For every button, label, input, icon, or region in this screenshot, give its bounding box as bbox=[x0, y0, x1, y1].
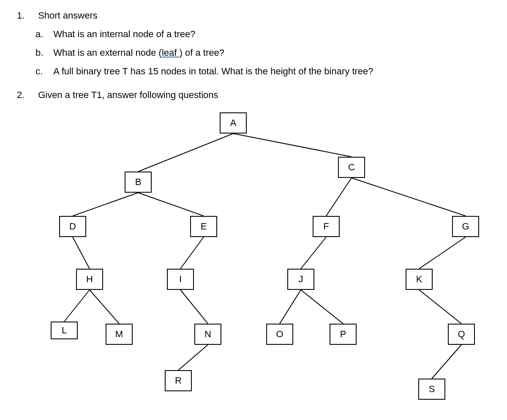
tree-node-N: N bbox=[194, 324, 221, 345]
tree-edge-J-O bbox=[280, 290, 301, 324]
tree-node-K: K bbox=[406, 269, 433, 290]
tree-edge-K-Q bbox=[419, 290, 461, 324]
question-1: 1. Short answers bbox=[17, 10, 490, 21]
q1b-leaf: leaf bbox=[162, 47, 180, 58]
tree-edge-D-H bbox=[73, 237, 90, 269]
tree-node-R: R bbox=[165, 370, 192, 391]
question-2: 2. Given a tree T1, answer following que… bbox=[17, 90, 490, 101]
tree-node-J: J bbox=[287, 269, 314, 290]
tree-edge-F-J bbox=[301, 237, 326, 269]
tree-edge-G-K bbox=[419, 237, 466, 269]
q1-title: Short answers bbox=[38, 10, 98, 21]
q1c-text: A full binary tree T has 15 nodes in tot… bbox=[53, 66, 373, 77]
tree-edge-H-M bbox=[90, 290, 119, 324]
q1a-letter: a. bbox=[35, 29, 51, 40]
tree-node-G: G bbox=[452, 216, 479, 237]
q1c-letter: c. bbox=[35, 66, 51, 77]
tree-diagram: ABCDEFGHIJKLMNOPQRS bbox=[25, 108, 499, 404]
tree-node-C: C bbox=[338, 157, 365, 178]
q1c: c. A full binary tree T has 15 nodes in … bbox=[35, 66, 490, 77]
q1b-text: What is an external node (leaf ) of a tr… bbox=[53, 47, 224, 58]
tree-edge-C-F bbox=[326, 178, 352, 216]
q1a: a. What is an internal node of a tree? bbox=[35, 29, 490, 40]
q2-title: Given a tree T1, answer following questi… bbox=[38, 90, 218, 101]
tree-node-F: F bbox=[313, 216, 340, 237]
q1b-letter: b. bbox=[35, 47, 51, 58]
tree-node-L: L bbox=[51, 322, 78, 339]
tree-node-E: E bbox=[190, 216, 217, 237]
tree-edge-C-G bbox=[352, 178, 466, 216]
tree-node-B: B bbox=[125, 172, 152, 193]
tree-node-P: P bbox=[330, 324, 357, 345]
tree-edge-B-E bbox=[138, 193, 204, 216]
q1b-post: ) of a tree? bbox=[180, 47, 224, 58]
q2-number: 2. bbox=[17, 90, 35, 101]
tree-edge-I-N bbox=[180, 290, 208, 324]
tree-edge-A-C bbox=[233, 134, 352, 157]
tree-edge-J-P bbox=[301, 290, 343, 324]
tree-node-O: O bbox=[266, 324, 293, 345]
tree-node-Q: Q bbox=[448, 324, 475, 345]
tree-node-M: M bbox=[106, 324, 133, 345]
tree-node-H: H bbox=[76, 269, 103, 290]
tree-edge-B-D bbox=[73, 193, 138, 216]
tree-node-S: S bbox=[418, 379, 445, 400]
q1b: b. What is an external node (leaf ) of a… bbox=[35, 47, 490, 58]
tree-node-D: D bbox=[59, 216, 86, 237]
tree-edge-Q-S bbox=[432, 345, 461, 379]
tree-edge-E-I bbox=[180, 237, 204, 269]
tree-node-I: I bbox=[167, 269, 194, 290]
tree-edge-N-R bbox=[178, 345, 208, 370]
tree-edge-A-B bbox=[138, 134, 233, 172]
tree-edges bbox=[25, 108, 499, 404]
q1-number: 1. bbox=[17, 10, 35, 21]
q1a-text: What is an internal node of a tree? bbox=[53, 29, 195, 40]
q1b-pre: What is an external node ( bbox=[53, 47, 162, 58]
tree-edge-H-L bbox=[64, 290, 90, 322]
tree-node-A: A bbox=[220, 112, 247, 134]
